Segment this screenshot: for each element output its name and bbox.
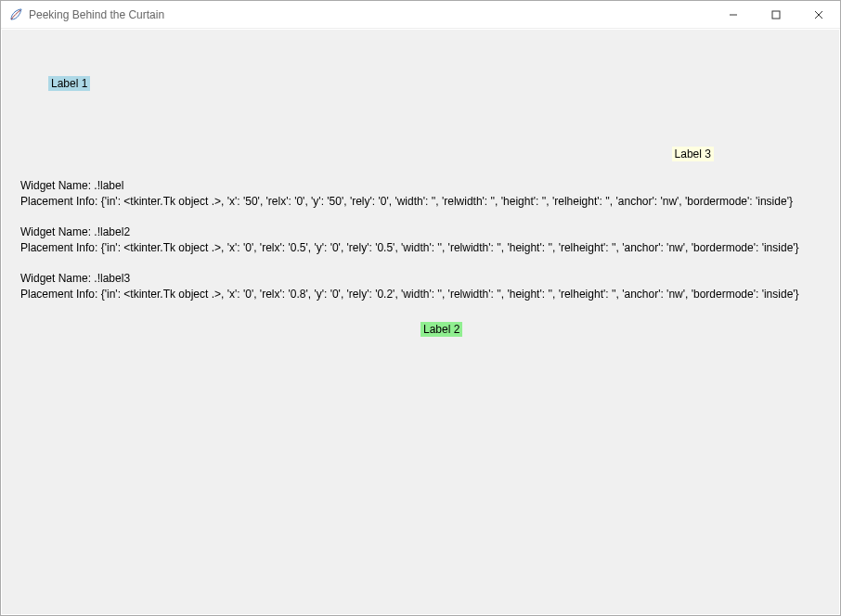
app-icon — [8, 7, 23, 22]
info-block-2: Widget Name: .!label2 Placement Info: {'… — [20, 225, 799, 256]
info-block-1: Widget Name: .!label Placement Info: {'i… — [20, 178, 793, 210]
svg-rect-1 — [772, 11, 780, 19]
info-name-line: Widget Name: .!label — [20, 178, 793, 194]
label-3: Label 3 — [672, 147, 714, 161]
app-window: Peeking Behind the Curtain Label 1 Label… — [0, 0, 841, 616]
window-controls — [712, 1, 840, 29]
close-button[interactable] — [797, 1, 840, 29]
info-block-3: Widget Name: .!label3 Placement Info: {'… — [20, 271, 799, 302]
minimize-button[interactable] — [712, 1, 755, 29]
label-1: Label 1 — [48, 76, 90, 91]
window-title: Peeking Behind the Curtain — [29, 8, 164, 21]
info-name-line: Widget Name: .!label2 — [20, 225, 799, 240]
label-2: Label 2 — [420, 322, 462, 337]
info-place-line: Placement Info: {'in': <tkinter.Tk objec… — [20, 194, 793, 210]
maximize-button[interactable] — [755, 1, 797, 29]
titlebar: Peeking Behind the Curtain — [1, 1, 840, 29]
client-area: Label 1 Label 2 Label 3 Widget Name: .!l… — [2, 30, 839, 614]
info-place-line: Placement Info: {'in': <tkinter.Tk objec… — [20, 240, 799, 256]
info-place-line: Placement Info: {'in': <tkinter.Tk objec… — [20, 287, 799, 302]
info-name-line: Widget Name: .!label3 — [20, 271, 799, 287]
